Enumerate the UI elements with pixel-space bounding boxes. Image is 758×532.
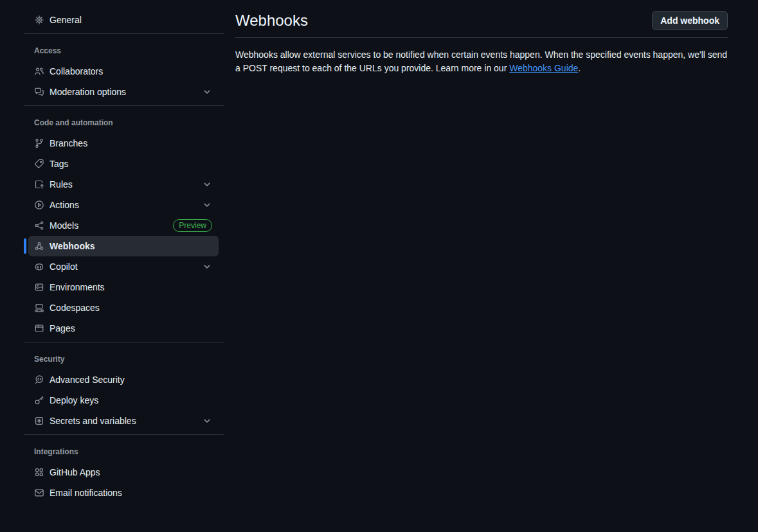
apps-icon — [34, 467, 44, 477]
sidebar-item-general[interactable]: General — [28, 10, 219, 30]
sidebar-item-label: Email notifications — [50, 488, 122, 498]
chevron-down-icon — [202, 179, 212, 190]
chevron-down-icon — [202, 200, 212, 210]
sidebar-item-tags[interactable]: Tags — [28, 154, 219, 174]
share-network-icon — [34, 220, 44, 231]
git-branch-icon — [34, 138, 44, 148]
sidebar-divider — [24, 342, 224, 342]
description-text-before: Webhooks allow external services to be n… — [235, 49, 727, 73]
add-webhook-button[interactable]: Add webhook — [652, 11, 728, 30]
sidebar-item-actions[interactable]: Actions — [28, 195, 219, 215]
codespaces-icon — [34, 303, 44, 313]
webhook-icon — [34, 241, 44, 251]
settings-sidebar: General Access Collaborators Moderation … — [0, 0, 224, 503]
sidebar-item-label: General — [50, 15, 82, 25]
sidebar-section-access: Access — [23, 44, 224, 57]
server-icon — [34, 282, 44, 292]
sidebar-item-rules[interactable]: Rules — [28, 174, 219, 195]
sidebar-section-integrations: Integrations — [23, 445, 224, 458]
sidebar-item-label: Tags — [50, 159, 69, 169]
webhooks-description: Webhooks allow external services to be n… — [235, 48, 728, 75]
sidebar-item-label: Deploy keys — [50, 395, 98, 405]
preview-badge: Preview — [173, 219, 212, 232]
sidebar-item-email-notifications[interactable]: Email notifications — [28, 483, 219, 503]
chevron-down-icon — [202, 262, 212, 272]
sidebar-item-copilot[interactable]: Copilot — [28, 256, 219, 277]
sidebar-item-label: Environments — [50, 282, 105, 292]
chevron-down-icon — [202, 87, 212, 97]
sidebar-divider — [24, 105, 224, 106]
gear-icon — [34, 15, 44, 25]
main-header: Webhooks Add webhook — [235, 0, 728, 38]
secrets-icon — [34, 416, 44, 426]
sidebar-item-label: GitHub Apps — [50, 467, 100, 477]
sidebar-item-github-apps[interactable]: GitHub Apps — [28, 462, 219, 483]
sidebar-item-label: Pages — [50, 323, 75, 333]
sidebar-item-pages[interactable]: Pages — [28, 318, 219, 339]
sidebar-item-branches[interactable]: Branches — [28, 133, 219, 154]
comment-discussion-icon — [34, 87, 44, 97]
sidebar-item-collaborators[interactable]: Collaborators — [28, 61, 219, 82]
people-icon — [34, 66, 44, 76]
code-scan-icon — [34, 375, 44, 385]
tag-icon — [34, 159, 44, 169]
sidebar-item-secrets-and-variables[interactable]: Secrets and variables — [28, 411, 219, 431]
sidebar-item-deploy-keys[interactable]: Deploy keys — [28, 390, 219, 411]
description-text-after: . — [578, 63, 581, 73]
sidebar-item-label: Rules — [50, 179, 73, 190]
key-icon — [34, 395, 44, 405]
sidebar-section-security: Security — [23, 353, 224, 366]
sidebar-item-label: Webhooks — [50, 241, 95, 251]
chevron-down-icon — [202, 416, 212, 426]
sidebar-item-label: Collaborators — [50, 66, 103, 76]
sidebar-item-label: Actions — [50, 200, 79, 210]
sidebar-item-models[interactable]: Models Preview — [28, 215, 219, 236]
sidebar-item-label: Advanced Security — [50, 375, 125, 385]
copilot-icon — [34, 262, 44, 272]
sidebar-item-codespaces[interactable]: Codespaces — [28, 297, 219, 318]
sidebar-item-label: Secrets and variables — [50, 416, 136, 426]
sidebar-item-label: Models — [50, 220, 78, 231]
sidebar-divider — [24, 33, 224, 34]
sidebar-divider — [24, 434, 224, 435]
sidebar-item-moderation-options[interactable]: Moderation options — [28, 82, 219, 102]
page-title: Webhooks — [235, 11, 308, 30]
webhooks-guide-link[interactable]: Webhooks Guide — [509, 63, 578, 73]
sidebar-item-label: Codespaces — [50, 303, 100, 313]
sidebar-item-webhooks[interactable]: Webhooks — [28, 236, 219, 256]
sidebar-section-code-and-automation: Code and automation — [23, 116, 224, 129]
rules-icon — [34, 179, 44, 190]
sidebar-item-label: Moderation options — [50, 87, 126, 97]
sidebar-item-environments[interactable]: Environments — [28, 277, 219, 297]
play-icon — [34, 200, 44, 210]
browser-icon — [34, 323, 44, 333]
sidebar-item-label: Copilot — [50, 262, 78, 272]
sidebar-item-advanced-security[interactable]: Advanced Security — [28, 369, 219, 390]
webhooks-settings-panel: Webhooks Add webhook Webhooks allow exte… — [235, 0, 728, 75]
sidebar-item-label: Branches — [50, 138, 87, 148]
mail-icon — [34, 488, 44, 498]
